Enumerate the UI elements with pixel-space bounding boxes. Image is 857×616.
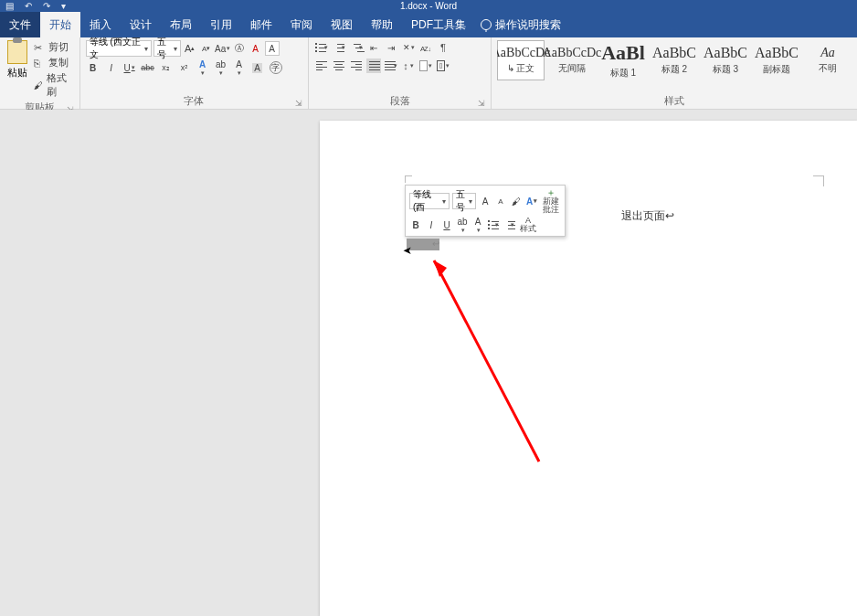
change-case-button[interactable]: Aa [216,41,230,56]
style-name: 无间隔 [558,62,586,75]
multilevel-list-icon [350,42,358,53]
phonetic-guide-button[interactable]: Ⓐ [232,41,247,56]
tab-mailings[interactable]: 邮件 [241,12,281,37]
font-launcher-icon[interactable]: ⇲ [295,99,302,108]
enclose-char-button[interactable]: 字 [269,60,283,75]
subscript-button[interactable]: x₂ [159,60,174,75]
distributed-button[interactable] [384,58,398,73]
style-name: 标题 3 [713,63,738,76]
mini-format-painter-button[interactable]: 🖌 [510,195,523,207]
mini-grow-font-button[interactable]: A [479,195,492,207]
shrink-font-button[interactable]: A▾ [199,41,214,56]
mini-font-name-combo[interactable]: 等线 (西▾ [409,193,450,209]
style-name: 不明 [819,62,837,75]
margin-corner-left-icon [405,175,412,183]
mini-bullets-button[interactable] [487,218,500,231]
paragraph-launcher-icon[interactable]: ⇲ [478,99,485,108]
font-name-combo[interactable]: 等线 (西文正文▾ [86,40,152,57]
style-preview: AaBbC [755,45,799,61]
tab-design[interactable]: 设计 [121,12,161,37]
text-effects-button[interactable]: A [196,60,210,75]
cut-button[interactable]: 剪切 [34,40,74,54]
sort-button[interactable] [418,40,433,55]
clear-formatting-button[interactable]: A [249,41,263,56]
decrease-indent-button[interactable]: ⇤ [366,40,381,55]
mini-text-effects-button[interactable]: A [525,195,538,207]
qat-more-icon[interactable]: ▾ [61,1,66,11]
line-spacing-button[interactable] [401,58,416,73]
tab-help[interactable]: 帮助 [362,12,402,37]
window-title: 1.docx - Word [400,1,457,11]
styles-gallery[interactable]: AaBbCcDc↳ 正文AaBbCcDc无间隔AaBl标题 1AaBbC标题 2… [497,40,852,80]
tab-file[interactable]: 文件 [0,12,40,37]
save-icon[interactable]: ▤ [5,1,14,11]
strikethrough-button[interactable]: abc [141,60,155,75]
font-color-button[interactable]: A [232,60,247,75]
style-name: 标题 1 [610,67,636,80]
highlight-button[interactable]: ab [214,60,228,75]
mini-new-comment-button[interactable]: ＋ 新建 批注 [541,188,561,214]
tab-home[interactable]: 开始 [40,12,80,37]
bullets-button[interactable] [314,40,329,55]
tab-references[interactable]: 引用 [201,12,241,37]
tab-insert[interactable]: 插入 [80,12,121,37]
brush-icon [34,80,44,90]
mini-font-color-button[interactable]: A [471,218,484,231]
style-tile-6[interactable]: Aa不明 [804,40,852,80]
style-tile-5[interactable]: AaBbC副标题 [753,40,800,80]
borders-button[interactable] [436,58,450,73]
mini-highlight-button[interactable]: ab [456,218,469,231]
shading-button[interactable] [418,58,433,73]
increase-indent-button[interactable]: ⇥ [384,40,398,55]
style-preview: AaBl [601,41,645,65]
group-label-styles: 样式 [664,95,684,106]
multilevel-button[interactable] [349,40,364,55]
document-page[interactable] [320,121,857,616]
mini-shrink-font-button[interactable]: A [494,195,507,207]
mini-font-size-combo[interactable]: 五号▾ [452,193,476,209]
pilcrow-icon [440,42,446,53]
document-body-text[interactable]: 退出页面↩ [621,208,674,224]
copy-button[interactable]: 复制 [34,56,74,69]
align-right-button[interactable] [349,58,364,73]
tab-pdf-tools[interactable]: PDF工具集 [402,12,475,37]
style-tile-2[interactable]: AaBl标题 1 [599,40,647,80]
mini-numbering-button[interactable] [503,218,515,231]
grow-font-button[interactable]: A▴ [183,41,197,56]
align-justify-button[interactable] [366,58,381,73]
group-paragraph: ⇤ ⇥ ✕ 段落⇲ [309,37,492,109]
redo-icon[interactable]: ↷ [43,1,50,11]
paste-button[interactable]: 粘贴 [5,40,30,99]
align-center-button[interactable] [332,58,346,73]
cut-icon [34,42,45,53]
style-tile-0[interactable]: AaBbCcDc↳ 正文 [497,40,545,80]
style-tile-3[interactable]: AaBbC标题 2 [651,40,698,80]
mini-bold-button[interactable]: B [409,218,422,231]
text-cursor-icon: ➤ [403,244,412,257]
undo-icon[interactable]: ↶ [25,1,32,11]
numbering-button[interactable] [332,40,346,55]
style-tile-4[interactable]: AaBbC标题 3 [702,40,749,80]
tab-review[interactable]: 审阅 [281,12,322,37]
char-border-button[interactable]: A [265,41,280,56]
mini-italic-button[interactable]: I [425,218,438,231]
asian-layout-button[interactable]: ✕ [401,40,416,55]
group-font: 等线 (西文正文▾ 五号▾ A▴ A▾ Aa Ⓐ A A B I U abc x… [80,37,309,109]
bullet-list-icon [315,42,323,53]
tab-layout[interactable]: 布局 [161,12,201,37]
tell-me-search[interactable]: 操作说明搜索 [481,12,561,37]
mini-underline-button[interactable]: U [440,218,453,231]
italic-button[interactable]: I [104,60,119,75]
underline-button[interactable]: U [122,60,137,75]
align-left-button[interactable] [314,58,329,73]
char-shading-button[interactable]: A [250,60,265,75]
format-painter-button[interactable]: 格式刷 [34,71,74,99]
font-size-combo[interactable]: 五号▾ [153,40,181,57]
style-tile-1[interactable]: AaBbCcDc无间隔 [548,40,596,80]
superscript-button[interactable]: x² [177,60,192,75]
show-marks-button[interactable] [436,40,450,55]
tab-view[interactable]: 视图 [322,12,362,37]
mini-styles-button[interactable]: A样式 [518,217,538,233]
style-name: ↳ 正文 [507,62,535,75]
bold-button[interactable]: B [86,60,101,75]
